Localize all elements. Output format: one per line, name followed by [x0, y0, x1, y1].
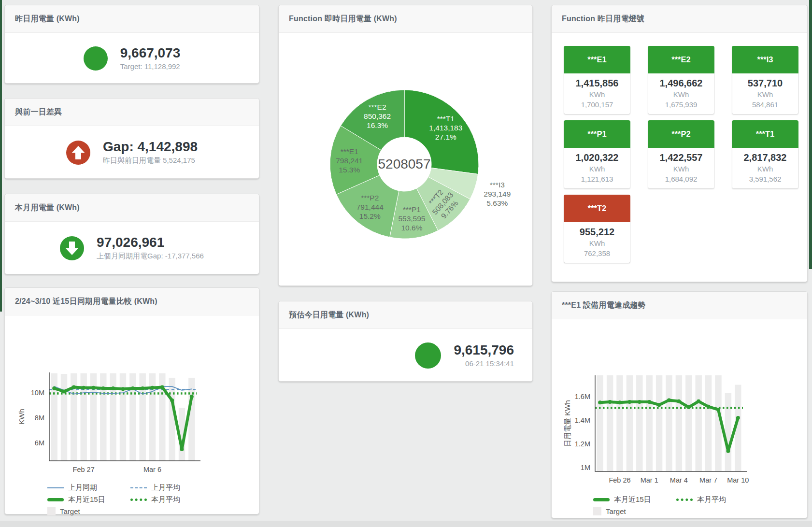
lamp-tile-P1: ***P11,020,322KWh1,121,613: [564, 120, 630, 189]
card-estimate-title: 預估今日用電量 (KWh): [289, 310, 369, 320]
data-point: [141, 386, 144, 390]
tile-unit: KWh: [733, 164, 797, 174]
x-tick-label: Mar 7: [699, 476, 717, 484]
y-axis-label: 日用電量 KWh: [563, 400, 571, 447]
tile-value: 537,710: [733, 77, 797, 89]
card-month-body: 97,026,961 上個月同期用電Gap: -17,377,566: [5, 222, 259, 274]
card-today-estimate: 預估今日用電量 (KWh) 9,615,796 06-21 15:34:41: [278, 301, 533, 382]
right-edge-strip: [809, 0, 812, 269]
data-point: [726, 449, 730, 453]
target-bar: [607, 375, 613, 471]
tile-target-value: 1,684,092: [649, 174, 713, 184]
y-axis-label: KWh: [17, 409, 26, 425]
data-point: [151, 386, 155, 390]
tile-value: 955,212: [565, 226, 629, 238]
lamp-tile-E2: ***E21,496,662KWh1,675,939: [648, 46, 714, 114]
legend-label: 本月近15日: [614, 495, 651, 504]
target-bar: [616, 375, 623, 471]
compare-chart-body: 6M8M10MFeb 27Mar 6KWh 上月同期上月平均本月近15日本月平均…: [5, 315, 259, 515]
card-estimate-body: 9,615,796 06-21 15:34:41: [279, 329, 532, 382]
trend-chart-legend: 本月近15日本月平均Target: [593, 495, 767, 515]
lamp-tile-E1: ***E11,415,856KWh1,700,157: [564, 46, 630, 114]
tile-unit: KWh: [565, 238, 629, 248]
data-point: [667, 398, 671, 402]
target-bar: [188, 378, 195, 461]
card-e1-trend: ***E1 設備用電達成趨勢 1M1.2M1.4M1.6MFeb 26Mar 1…: [551, 291, 808, 518]
card-month-usage: 本月用電量 (KWh) 97,026,961 上個月同期用電Gap: -17,3…: [4, 194, 259, 274]
card-gap-body: Gap: 4,142,898 昨日與前日用電量 5,524,175: [5, 126, 259, 179]
target-bar: [100, 373, 106, 461]
x-tick-label: Feb 26: [609, 476, 630, 484]
legend-label: 本月平均: [697, 495, 726, 504]
card-yesterday-header: 昨日用電量 (KWh): [5, 5, 259, 33]
lamp-tiles-grid: ***E11,415,856KWh1,700,157***E21,496,662…: [552, 33, 807, 263]
data-point: [92, 386, 96, 390]
data-point: [707, 405, 711, 409]
kpi-value: 9,667,073: [120, 46, 181, 61]
data-point: [131, 386, 135, 390]
legend-label: 本月近15日: [68, 495, 105, 504]
donut-center-total: 5208057: [378, 157, 430, 171]
card-yesterday-body: 9,667,073 Target: 11,128,992: [5, 33, 259, 84]
y-tick-label: 1.6M: [575, 393, 590, 400]
lamp-tile-T2: ***T2955,212KWh762,358: [564, 195, 630, 263]
card-gap-previous-day: 與前一日差異 Gap: 4,142,898 昨日與前日用電量 5,524,175: [4, 98, 259, 179]
card-month-title: 本月用電量 (KWh): [15, 203, 80, 213]
data-point: [677, 399, 681, 403]
legend-item-green-thick: 本月近15日: [593, 495, 676, 504]
data-point: [160, 385, 164, 389]
status-circle-icon: [84, 46, 108, 71]
legend-item-green-thick: 本月近15日: [47, 495, 130, 504]
legend-item-blue-line: 上月同期: [47, 483, 130, 492]
card-month-header: 本月用電量 (KWh): [5, 194, 259, 222]
card-yesterday-usage: 昨日用電量 (KWh) 9,667,073 Target: 11,128,992: [4, 5, 259, 84]
legend-label: 上月同期: [68, 483, 97, 492]
data-point: [111, 386, 115, 390]
lamp-tile-P2: ***P21,422,557KWh1,684,092: [648, 120, 714, 189]
data-point: [716, 408, 720, 412]
data-point: [697, 399, 700, 403]
target-bar: [129, 373, 136, 461]
target-bar: [646, 375, 652, 471]
card-estimate-header: 預估今日用電量 (KWh): [279, 301, 532, 329]
lamp-tile-T1: ***T12,817,832KWh3,591,562: [732, 120, 798, 189]
legend-label: 上月平均: [151, 483, 180, 492]
data-point: [170, 399, 174, 402]
kpi-subtext: 06-21 15:34:41: [454, 359, 514, 368]
data-point: [618, 400, 622, 404]
tile-unit: KWh: [733, 89, 797, 100]
tile-unit: KWh: [565, 164, 629, 174]
arrow-down-circle-icon: [60, 236, 84, 260]
data-point: [101, 386, 105, 390]
target-bar: [627, 375, 633, 471]
tile-value: 2,817,832: [733, 151, 797, 164]
kpi-value: 9,615,796: [454, 343, 514, 358]
legend-item-green-dotted: 本月平均: [676, 495, 767, 504]
target-bar: [597, 375, 603, 471]
tile-value: 1,415,856: [565, 77, 629, 89]
legend-label: Target: [606, 507, 626, 515]
card-realtime-donut: Function 即時日用電量 (KWh) ***T11,413,18327.1…: [278, 5, 533, 286]
donut-chart: ***T11,413,18327.1%***I3293,1495.63%***T…: [279, 33, 532, 284]
kpi-subtext: Target: 11,128,992: [120, 62, 181, 71]
compare-chart-legend: 上月同期上月平均本月近15日本月平均Target: [47, 483, 221, 515]
dashboard-page: { "page": { "bg": "#ebecec", "edge_color…: [0, 0, 812, 527]
card-donut-header: Function 即時日用電量 (KWh): [279, 5, 532, 33]
compare-chart: 6M8M10MFeb 27Mar 6KWh: [5, 315, 259, 477]
target-bar: [676, 375, 682, 471]
y-tick-label: 8M: [35, 414, 44, 422]
tile-header: ***P2: [648, 120, 714, 148]
card-lamp-panel: Function 昨日用電燈號 ***E11,415,856KWh1,700,1…: [551, 5, 808, 282]
legend-swatch: [47, 507, 56, 515]
target-bar: [169, 378, 175, 461]
arrow-up-circle-icon: [66, 141, 90, 165]
left-edge-strip: [0, 0, 2, 312]
donut-slice-label: ***I3293,1495.63%: [484, 181, 511, 207]
legend-swatch: [47, 487, 64, 488]
target-bar: [685, 375, 692, 471]
tile-target-value: 1,700,157: [565, 100, 629, 110]
tile-unit: KWh: [565, 89, 629, 100]
data-point: [598, 400, 602, 404]
card-lamp-header: Function 昨日用電燈號: [552, 5, 807, 33]
kpi-value: 97,026,961: [97, 235, 204, 250]
